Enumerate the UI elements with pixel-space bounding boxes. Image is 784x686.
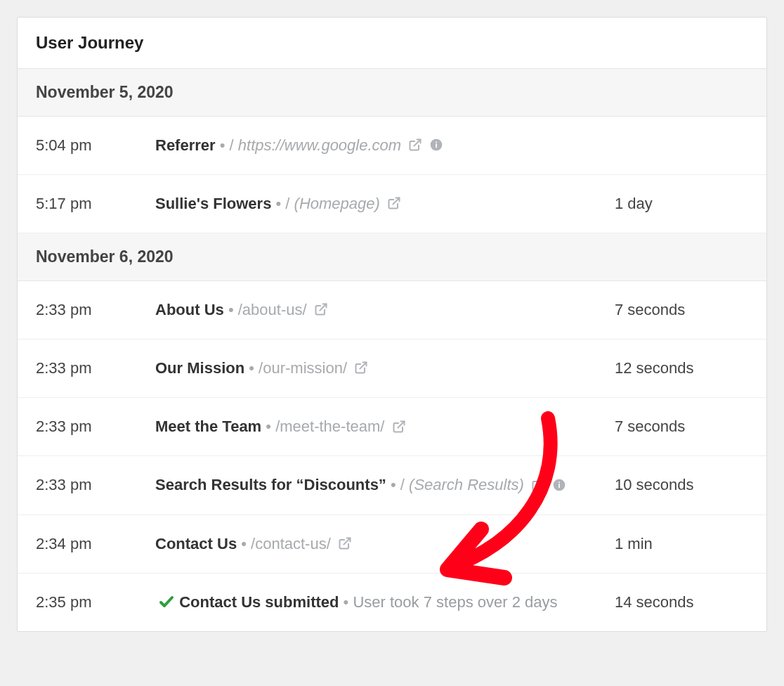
journey-duration: 7 seconds [615, 415, 748, 439]
journey-row: 2:33 pmMeet the Team • /meet-the-team/ 7… [18, 398, 766, 456]
journey-time: 2:34 pm [36, 532, 155, 556]
journey-time: 5:17 pm [36, 192, 155, 216]
journey-description: Contact Us submitted • User took 7 steps… [155, 590, 615, 614]
journey-path: /about-us/ [238, 301, 307, 318]
journey-path: /our-mission/ [259, 359, 347, 377]
journey-row: 2:33 pmSearch Results for “Discounts” • … [18, 456, 766, 514]
journey-row: 5:17 pmSullie's Flowers • / (Homepage) 1… [18, 175, 766, 233]
svg-line-6 [360, 363, 366, 369]
journey-page-title: Our Mission [155, 359, 244, 377]
journey-description: Sullie's Flowers • / (Homepage) [155, 192, 615, 216]
svg-line-8 [537, 479, 543, 486]
journey-row: 5:04 pmReferrer • / https://www.google.c… [18, 117, 766, 175]
external-link-icon[interactable] [387, 196, 401, 210]
journey-time: 2:33 pm [36, 356, 155, 380]
check-icon [158, 593, 175, 610]
journey-duration: 7 seconds [615, 298, 748, 322]
journey-row: 2:33 pmAbout Us • /about-us/ 7 seconds [18, 281, 766, 339]
svg-line-7 [398, 421, 404, 427]
journey-page-title: Sullie's Flowers [155, 195, 271, 212]
journey-path: /meet-the-team/ [275, 418, 384, 435]
journey-description: Meet the Team • /meet-the-team/ [155, 415, 615, 439]
journey-path: (Homepage) [294, 195, 380, 212]
journey-path: (Search Results) [409, 476, 524, 493]
journey-path: /contact-us/ [251, 535, 331, 552]
svg-line-4 [393, 198, 399, 205]
journey-time: 2:35 pm [36, 590, 155, 614]
user-journey-panel: User Journey November 5, 20205:04 pmRefe… [17, 17, 767, 632]
svg-rect-11 [558, 481, 560, 483]
journey-date-header: November 5, 2020 [18, 69, 766, 117]
journey-path: https://www.google.com [238, 136, 401, 154]
journey-page-title: Contact Us [155, 535, 237, 552]
journey-page-title: Contact Us submitted [179, 593, 339, 611]
journey-duration: 12 seconds [615, 356, 748, 380]
journey-page-title: Search Results for “Discounts” [155, 476, 386, 493]
journey-description: Referrer • / https://www.google.com [155, 134, 615, 157]
svg-rect-2 [436, 144, 438, 148]
journey-time: 5:04 pm [36, 134, 155, 157]
journey-row: 2:35 pm Contact Us submitted • User took… [18, 574, 766, 631]
journey-duration: 14 seconds [615, 590, 748, 614]
external-link-icon[interactable] [408, 138, 422, 152]
external-link-icon[interactable] [531, 478, 545, 492]
journey-duration: 1 day [615, 192, 748, 216]
journey-description: Contact Us • /contact-us/ [155, 532, 615, 556]
svg-rect-3 [436, 142, 438, 143]
external-link-icon[interactable] [354, 361, 368, 375]
journey-subtext: User took 7 steps over 2 days [353, 593, 557, 611]
journey-description: Search Results for “Discounts” • / (Sear… [155, 473, 615, 497]
external-link-icon[interactable] [338, 536, 352, 550]
svg-line-5 [320, 304, 326, 311]
journey-page-title: Referrer [155, 136, 216, 154]
journey-description: About Us • /about-us/ [155, 298, 615, 322]
journey-page-title: About Us [155, 301, 224, 318]
journey-page-title: Meet the Team [155, 418, 261, 435]
journey-duration: 10 seconds [615, 473, 748, 497]
journey-description: Our Mission • /our-mission/ [155, 356, 615, 380]
journey-time: 2:33 pm [36, 415, 155, 439]
journey-duration: 1 min [615, 532, 748, 556]
external-link-icon[interactable] [392, 420, 406, 434]
info-icon[interactable] [429, 138, 443, 152]
journey-date-header: November 6, 2020 [18, 233, 766, 281]
svg-line-0 [414, 140, 421, 146]
svg-line-12 [344, 538, 350, 544]
journey-time: 2:33 pm [36, 298, 155, 322]
journey-time: 2:33 pm [36, 473, 155, 497]
svg-rect-10 [558, 484, 560, 488]
journey-row: 2:34 pmContact Us • /contact-us/ 1 min [18, 515, 766, 574]
info-icon[interactable] [552, 478, 566, 492]
external-link-icon[interactable] [314, 302, 328, 316]
panel-title: User Journey [18, 18, 766, 69]
journey-row: 2:33 pmOur Mission • /our-mission/ 12 se… [18, 339, 766, 398]
